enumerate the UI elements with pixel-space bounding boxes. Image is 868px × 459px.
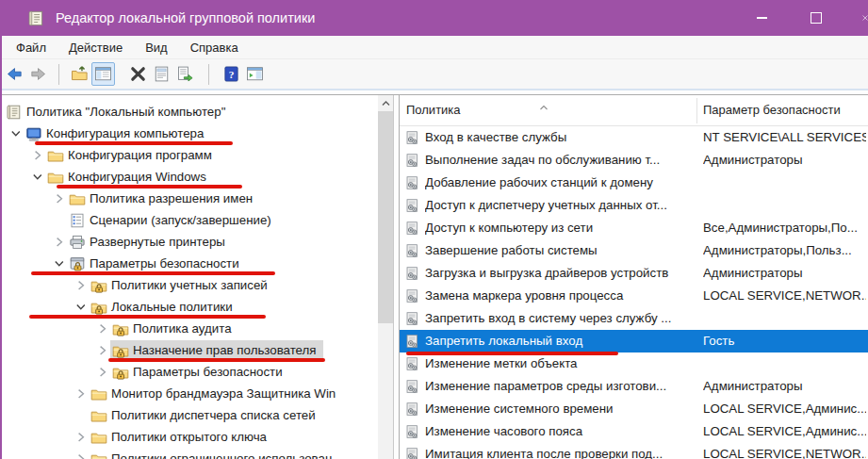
tree-item-windows-settings[interactable]: Конфигурация Windows [2,166,377,188]
chevron-right-icon[interactable] [53,192,65,205]
toolbar [2,59,868,90]
chevron-down-icon[interactable] [9,127,22,139]
sort-asc-icon [539,97,549,103]
policy-row[interactable]: Завершение работы системыАдминистраторы,… [400,239,868,262]
close-button[interactable] [849,0,868,36]
red-underline-annotation [31,271,275,275]
chevron-up-icon [381,99,391,107]
chevron-right-icon[interactable] [96,344,108,356]
tree-item-software-settings[interactable]: Конфигурация программ [2,144,377,166]
tree-item-account-policies[interactable]: Политики учетных записей [2,274,377,296]
scrollbar-thumb[interactable] [378,111,393,323]
folder-lock-icon [112,364,129,381]
chevron-right-icon[interactable] [74,387,87,400]
titlebar: Редактор локальной групповой политики [0,0,868,36]
chevron-down-icon[interactable] [74,301,87,313]
policy-row[interactable]: Загрузка и выгрузка драйверов устройствА… [400,262,868,285]
tree-item-security-settings[interactable]: Параметры безопасности [2,253,377,274]
chevron-right-icon[interactable] [31,149,43,161]
maximize-button[interactable] [794,0,838,36]
chevron-down-icon[interactable] [31,171,43,183]
scroll-icon [6,104,23,121]
up-one-level-button[interactable] [68,62,91,86]
policy-icon [404,356,420,372]
console-tree-pane: Политика "Локальный компьютер" Конфигура… [2,95,394,459]
tree-item-network-list-manager-policies[interactable]: Политики диспетчера списка сетей [2,404,377,426]
column-header-policy[interactable]: Политика [406,103,461,117]
policy-icon [404,402,420,418]
tree-scrollbar[interactable] [378,95,393,459]
toolbar-separator [208,64,209,85]
policy-row[interactable]: Добавление рабочих станций к домену [400,172,868,194]
menubar: Файл Действие Вид Справка [2,36,868,59]
policy-row[interactable]: Запретить вход в систему через службу ..… [400,307,868,330]
arrow-right-icon [29,65,47,83]
policy-row[interactable]: Имитация клиента после проверки под...LO… [400,443,868,459]
menu-view[interactable]: Вид [134,36,179,58]
policy-icon [404,447,420,459]
menu-help[interactable]: Справка [179,36,250,58]
policy-row[interactable]: Вход в качестве службыNT SERVICE\ALL SER… [400,126,868,149]
show-action-pane-button[interactable] [243,62,267,86]
toolbar-separator [58,64,59,85]
tree-item-software-restriction-policies[interactable]: Политики ограниченного использован [2,448,377,459]
tree-item-local-computer-policy[interactable]: Политика "Локальный компьютер" [2,101,377,123]
red-underline-annotation [35,141,233,145]
computer-icon [25,125,42,142]
tree-item-deployed-printers[interactable]: Развернутые принтеры [2,231,377,253]
column-divider[interactable] [696,98,697,123]
script-icon [69,212,86,229]
red-underline-annotation [406,352,618,355]
policy-row[interactable]: Доступ к диспетчеру учетных данных от... [400,194,868,217]
forward-button[interactable] [26,62,50,86]
back-button[interactable] [3,62,26,86]
folder-lock-icon [90,277,107,294]
chevron-down-icon[interactable] [53,257,65,270]
chevron-right-icon[interactable] [96,366,108,378]
list-header: Политика Параметр безопасности [400,95,868,126]
tree-item-user-rights-assignment[interactable]: Назначение прав пользователя [2,339,377,361]
policy-row[interactable]: Доступ к компьютеру из сетиВсе,Администр… [400,217,868,239]
folder-icon [47,147,64,164]
folder-icon [90,407,107,424]
menu-action[interactable]: Действие [57,36,134,58]
menu-file[interactable]: Файл [5,36,57,58]
column-header-security-setting[interactable]: Параметр безопасности [703,103,841,117]
window-border [0,36,2,459]
tree-item-audit-policy[interactable]: Политика аудита [2,318,377,339]
minimize-button[interactable] [740,0,783,36]
policy-row-deny-local-logon[interactable]: Запретить локальный вход Гость [400,330,868,352]
chevron-right-icon[interactable] [96,322,108,335]
chevron-right-icon[interactable] [74,279,87,291]
policy-row[interactable]: Замена маркера уровня процессаLOCAL SERV… [400,285,868,307]
tree-item-scripts[interactable]: Сценарии (запуск/завершение) [2,209,377,231]
scrollbar-up-arrow[interactable] [378,95,393,111]
properties-button[interactable] [150,62,173,86]
policy-row[interactable]: Изменение метки объекта [400,352,868,375]
policy-row[interactable]: Выполнение задач по обслуживанию т...Адм… [400,149,868,172]
policy-row[interactable]: Изменение системного времениLOCAL SERVIC… [400,398,868,420]
folder-icon [90,451,107,459]
tree-item-name-resolution-policy[interactable]: Политика разрешения имен [2,188,377,209]
chevron-right-icon[interactable] [53,236,65,248]
policy-icon [404,424,420,440]
export-list-icon [176,65,194,83]
gpedit-window: Редактор локальной групповой политики Фа… [0,0,868,459]
policy-icon [404,311,420,327]
tree-item-defender-firewall-monitor[interactable]: Монитор брандмауэра Защитника Win [2,383,377,404]
tree-item-security-options[interactable]: Параметры безопасности [2,361,377,383]
delete-button[interactable] [126,62,150,86]
policy-row[interactable]: Изменение параметров среды изготови...Ад… [400,375,868,398]
tree-item-computer-configuration[interactable]: Конфигурация компьютера [2,123,377,144]
export-list-button[interactable] [173,62,197,86]
help-button[interactable] [220,62,243,86]
tree-item-local-policies[interactable]: Локальные политики [2,296,377,318]
close-icon [862,12,868,24]
policy-icon [404,288,420,304]
chevron-right-icon[interactable] [74,431,87,443]
folder-icon [90,429,107,446]
policy-row[interactable]: Изменение часового поясаLOCAL SERVICE,Ад… [400,420,868,443]
show-console-tree-button[interactable] [91,62,115,86]
chevron-right-icon[interactable] [74,452,87,459]
tree-item-public-key-policies[interactable]: Политики открытого ключа [2,426,377,448]
